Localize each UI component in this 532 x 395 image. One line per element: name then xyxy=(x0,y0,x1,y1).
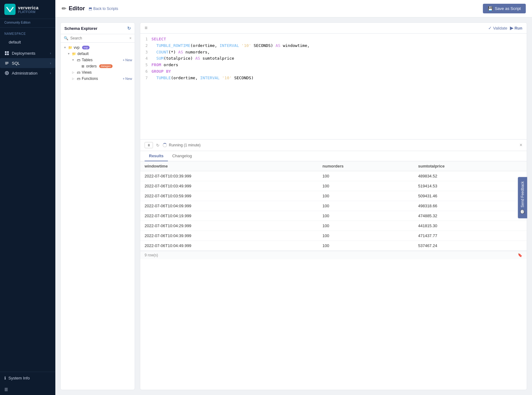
cell-windowtime: 2022-07-06T10:04:49.999 xyxy=(140,241,318,251)
search-clear-icon[interactable]: × xyxy=(129,36,132,40)
pause-icon: ⏸ xyxy=(147,143,150,147)
orders-datagen-badge: datagen xyxy=(99,64,113,68)
cell-sumtotalprice: 519414.53 xyxy=(414,181,527,191)
run-label: Run xyxy=(515,26,522,30)
schema-search-input[interactable] xyxy=(70,36,127,40)
editor-toolbar: ≡ ✓ Validate ▶ Run xyxy=(140,23,527,34)
table-row: 2022-07-06T10:04:09.999100498318.66 xyxy=(140,201,527,211)
deployments-arrow: › xyxy=(50,52,51,55)
namespace-section: Namespace default xyxy=(0,28,55,48)
tree-item-orders[interactable]: ⊞ orders datagen xyxy=(61,63,135,69)
namespace-value[interactable]: default xyxy=(4,37,51,47)
cell-numorders: 100 xyxy=(318,241,414,251)
cell-windowtime: 2022-07-06T10:04:39.999 xyxy=(140,231,318,241)
refresh-button[interactable]: ↻ xyxy=(156,143,160,148)
header: ✏ Editor ⬒ Back to Scripts 💾 Save as Scr… xyxy=(55,0,532,17)
refresh-icon: ↻ xyxy=(156,143,160,148)
table-row: 2022-07-06T10:04:49.999100537467.24 xyxy=(140,241,527,251)
cell-windowtime: 2022-07-06T10:03:39.999 xyxy=(140,171,318,181)
tab-changelog[interactable]: Changelog xyxy=(168,151,196,161)
save-as-script-button[interactable]: 💾 Save as Script xyxy=(483,4,526,13)
schema-explorer-panel: Schema Explorer ↻ 🔍 × ▼ 📁 vvp vvp ▼ xyxy=(60,22,135,390)
save-label: Save as Script xyxy=(495,6,521,11)
tree-item-default[interactable]: ▼ 📁 default xyxy=(61,51,135,57)
content-area: Schema Explorer ↻ 🔍 × ▼ 📁 vvp vvp ▼ xyxy=(55,17,532,395)
search-icon: 🔍 xyxy=(64,36,68,40)
schema-refresh-button[interactable]: ↻ xyxy=(127,26,131,31)
namespace-text: default xyxy=(9,40,21,44)
table-row: 2022-07-06T10:04:19.999100474885.32 xyxy=(140,211,527,221)
schema-tree: ▼ 📁 vvp vvp ▼ 📁 default ▼ 🗃 Tables + New xyxy=(61,43,135,390)
hamburger-icon: ☰ xyxy=(4,387,8,392)
svg-rect-4 xyxy=(7,53,9,55)
close-results-button[interactable]: × xyxy=(520,142,522,148)
cell-windowtime: 2022-07-06T10:03:59.999 xyxy=(140,191,318,201)
cell-sumtotalprice: 509431.46 xyxy=(414,191,527,201)
vvp-folder-icon: 📁 xyxy=(68,45,72,50)
run-icon: ▶ xyxy=(510,25,513,30)
table-header-row: windowtime numorders sumtotalprice xyxy=(140,161,527,171)
cell-windowtime: 2022-07-06T10:04:29.999 xyxy=(140,221,318,231)
table-row: 2022-07-06T10:04:29.999100441815.30 xyxy=(140,221,527,231)
tree-item-functions[interactable]: ▷ 🗃 Functions + New xyxy=(61,76,135,82)
cell-sumtotalprice: 537467.24 xyxy=(414,241,527,251)
tables-icon: 🗃 xyxy=(76,58,81,62)
table-row: 2022-07-06T10:03:59.999100509431.46 xyxy=(140,191,527,201)
sidebar-item-deployments[interactable]: Deployments › xyxy=(0,48,55,58)
orders-label: orders xyxy=(86,64,97,68)
cell-windowtime: 2022-07-06T10:03:49.999 xyxy=(140,181,318,191)
page-title: ✏ Editor xyxy=(62,5,85,12)
logo-text: ververica PLATFORM xyxy=(18,5,39,14)
spinner-icon xyxy=(163,143,167,147)
code-line-2: 2 TUMBLE_ROWTIME(ordertime, INTERVAL '10… xyxy=(140,43,527,49)
svg-rect-2 xyxy=(7,51,9,53)
namespace-label: Namespace xyxy=(4,32,51,35)
schema-title: Schema Explorer xyxy=(64,26,97,31)
cell-numorders: 100 xyxy=(318,181,414,191)
default-expand-icon: ▼ xyxy=(67,52,71,56)
cell-sumtotalprice: 471437.77 xyxy=(414,231,527,241)
ververica-logo-icon xyxy=(4,4,16,15)
tree-item-views[interactable]: ▷ 🗃 Views xyxy=(61,69,135,76)
back-icon: ⬒ xyxy=(89,7,92,11)
functions-add-button[interactable]: + New xyxy=(123,77,132,80)
svg-rect-1 xyxy=(5,51,7,53)
send-feedback-button[interactable]: 💬 Send Feedback xyxy=(518,177,527,218)
default-folder-icon: 📁 xyxy=(72,52,76,56)
orders-expand-icon xyxy=(76,64,79,68)
back-to-scripts-link[interactable]: ⬒ Back to Scripts xyxy=(89,7,118,11)
logo-area: ververica PLATFORM xyxy=(0,0,55,19)
cell-sumtotalprice: 498318.66 xyxy=(414,201,527,211)
run-button[interactable]: ▶ Run xyxy=(510,25,522,30)
functions-icon: 🗃 xyxy=(76,76,81,81)
cell-numorders: 100 xyxy=(318,211,414,221)
hamburger-button[interactable]: ☰ xyxy=(0,384,55,395)
row-count: 9 row(s) xyxy=(145,253,158,257)
sidebar-item-sql[interactable]: SQL › xyxy=(0,58,55,68)
tree-item-tables[interactable]: ▼ 🗃 Tables + New xyxy=(61,57,135,63)
cell-numorders: 100 xyxy=(318,171,414,181)
system-info-item[interactable]: ℹ System Info xyxy=(0,372,55,384)
validate-button[interactable]: ✓ Validate xyxy=(488,25,507,30)
functions-expand-icon: ▷ xyxy=(71,77,75,80)
deployments-icon xyxy=(4,51,9,56)
cell-sumtotalprice: 441815.30 xyxy=(414,221,527,231)
table-row: 2022-07-06T10:04:39.999100471437.77 xyxy=(140,231,527,241)
tables-expand-icon: ▼ xyxy=(71,58,75,62)
tab-results[interactable]: Results xyxy=(145,151,168,161)
running-text: Running (1 minute) xyxy=(169,143,201,147)
tree-item-vvp[interactable]: ▼ 📁 vvp vvp xyxy=(61,44,135,51)
tables-add-button[interactable]: + New xyxy=(123,58,132,62)
sidebar-item-administration[interactable]: Administration › xyxy=(0,68,55,78)
vvp-expand-icon: ▼ xyxy=(63,46,67,49)
pause-button[interactable]: ⏸ xyxy=(145,142,153,148)
results-panel: ⏸ ↻ Running (1 minute) × Results xyxy=(140,139,527,259)
views-expand-icon: ▷ xyxy=(71,71,75,74)
save-icon: 💾 xyxy=(488,6,493,11)
svg-rect-0 xyxy=(4,4,16,15)
code-line-7: 7 TUMBLE(ordertime, INTERVAL '10' SECOND… xyxy=(140,75,527,81)
results-table-container[interactable]: windowtime numorders sumtotalprice 2022-… xyxy=(140,161,527,251)
code-editor[interactable]: 1 SELECT 2 TUMBLE_ROWTIME(ordertime, INT… xyxy=(140,34,527,139)
feedback-icon: 💬 xyxy=(520,209,525,214)
col-windowtime: windowtime xyxy=(140,161,318,171)
